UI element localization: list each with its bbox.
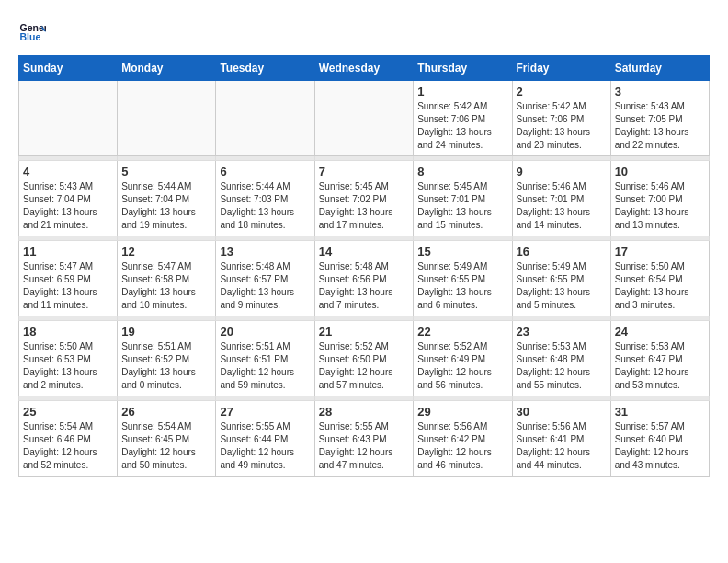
calendar-cell: 24Sunrise: 5:53 AM Sunset: 6:47 PM Dayli…: [610, 321, 709, 396]
day-number: 15: [417, 245, 507, 259]
calendar-cell: 16Sunrise: 5:49 AM Sunset: 6:55 PM Dayli…: [512, 241, 610, 316]
day-info: Sunrise: 5:51 AM Sunset: 6:52 PM Dayligh…: [121, 340, 211, 392]
day-number: 9: [517, 165, 607, 178]
logo-icon: General Blue: [18, 18, 46, 46]
day-info: Sunrise: 5:55 AM Sunset: 6:44 PM Dayligh…: [220, 420, 310, 472]
day-info: Sunrise: 5:55 AM Sunset: 6:43 PM Dayligh…: [319, 420, 410, 472]
col-header-monday: Monday: [118, 56, 216, 81]
day-info: Sunrise: 5:53 AM Sunset: 6:48 PM Dayligh…: [517, 340, 607, 392]
day-info: Sunrise: 5:50 AM Sunset: 6:54 PM Dayligh…: [615, 260, 705, 312]
calendar-cell: 10Sunrise: 5:46 AM Sunset: 7:00 PM Dayli…: [610, 161, 709, 236]
col-header-tuesday: Tuesday: [216, 56, 314, 81]
calendar-table: SundayMondayTuesdayWednesdayThursdayFrid…: [18, 55, 710, 477]
day-number: 19: [121, 325, 211, 339]
day-info: Sunrise: 5:44 AM Sunset: 7:04 PM Dayligh…: [121, 180, 211, 232]
col-header-sunday: Sunday: [19, 56, 118, 81]
svg-text:Blue: Blue: [20, 31, 41, 42]
day-info: Sunrise: 5:45 AM Sunset: 7:01 PM Dayligh…: [417, 180, 507, 232]
day-number: 28: [319, 405, 410, 419]
day-info: Sunrise: 5:48 AM Sunset: 6:57 PM Dayligh…: [220, 260, 310, 312]
day-number: 22: [417, 325, 507, 339]
day-info: Sunrise: 5:50 AM Sunset: 6:53 PM Dayligh…: [23, 340, 113, 392]
day-info: Sunrise: 5:46 AM Sunset: 7:01 PM Dayligh…: [517, 180, 607, 232]
calendar-week-2: 4Sunrise: 5:43 AM Sunset: 7:04 PM Daylig…: [19, 161, 710, 236]
calendar-cell: 8Sunrise: 5:45 AM Sunset: 7:01 PM Daylig…: [414, 161, 512, 236]
day-number: 25: [23, 405, 113, 419]
calendar-cell: 4Sunrise: 5:43 AM Sunset: 7:04 PM Daylig…: [19, 161, 118, 236]
calendar-cell: 11Sunrise: 5:47 AM Sunset: 6:59 PM Dayli…: [19, 241, 118, 316]
day-number: 26: [121, 405, 211, 419]
calendar-cell: 31Sunrise: 5:57 AM Sunset: 6:40 PM Dayli…: [610, 401, 709, 477]
day-info: Sunrise: 5:51 AM Sunset: 6:51 PM Dayligh…: [220, 340, 310, 392]
day-number: 14: [319, 245, 410, 259]
day-number: 27: [220, 405, 310, 419]
calendar-cell: 2Sunrise: 5:42 AM Sunset: 7:06 PM Daylig…: [512, 81, 610, 156]
day-number: 31: [615, 405, 705, 419]
day-info: Sunrise: 5:43 AM Sunset: 7:04 PM Dayligh…: [23, 180, 113, 232]
calendar-cell: 7Sunrise: 5:45 AM Sunset: 7:02 PM Daylig…: [314, 161, 414, 236]
calendar-cell: [314, 81, 414, 156]
day-number: 5: [121, 165, 211, 178]
calendar-cell: 14Sunrise: 5:48 AM Sunset: 6:56 PM Dayli…: [314, 241, 414, 316]
calendar-cell: [19, 81, 118, 156]
calendar-cell: 9Sunrise: 5:46 AM Sunset: 7:01 PM Daylig…: [512, 161, 610, 236]
day-number: 10: [615, 165, 705, 178]
calendar-cell: 19Sunrise: 5:51 AM Sunset: 6:52 PM Dayli…: [118, 321, 216, 396]
day-number: 21: [319, 325, 410, 339]
day-info: Sunrise: 5:47 AM Sunset: 6:58 PM Dayligh…: [121, 260, 211, 312]
calendar-cell: 15Sunrise: 5:49 AM Sunset: 6:55 PM Dayli…: [414, 241, 512, 316]
day-number: 4: [23, 165, 113, 178]
logo: General Blue: [18, 18, 50, 46]
day-number: 24: [615, 325, 705, 339]
day-info: Sunrise: 5:49 AM Sunset: 6:55 PM Dayligh…: [517, 260, 607, 312]
day-number: 16: [517, 245, 607, 259]
day-number: 29: [417, 405, 507, 419]
day-info: Sunrise: 5:52 AM Sunset: 6:50 PM Dayligh…: [319, 340, 410, 392]
calendar-cell: 27Sunrise: 5:55 AM Sunset: 6:44 PM Dayli…: [216, 401, 314, 477]
calendar-cell: 5Sunrise: 5:44 AM Sunset: 7:04 PM Daylig…: [118, 161, 216, 236]
day-number: 12: [121, 245, 211, 259]
day-info: Sunrise: 5:42 AM Sunset: 7:06 PM Dayligh…: [517, 100, 607, 152]
day-info: Sunrise: 5:44 AM Sunset: 7:03 PM Dayligh…: [220, 180, 310, 232]
day-info: Sunrise: 5:54 AM Sunset: 6:45 PM Dayligh…: [121, 420, 211, 472]
day-number: 17: [615, 245, 705, 259]
calendar-week-5: 25Sunrise: 5:54 AM Sunset: 6:46 PM Dayli…: [19, 401, 710, 477]
day-info: Sunrise: 5:47 AM Sunset: 6:59 PM Dayligh…: [23, 260, 113, 312]
calendar-cell: 6Sunrise: 5:44 AM Sunset: 7:03 PM Daylig…: [216, 161, 314, 236]
calendar-week-4: 18Sunrise: 5:50 AM Sunset: 6:53 PM Dayli…: [19, 321, 710, 396]
day-number: 3: [615, 85, 705, 98]
calendar-cell: 18Sunrise: 5:50 AM Sunset: 6:53 PM Dayli…: [19, 321, 118, 396]
day-info: Sunrise: 5:42 AM Sunset: 7:06 PM Dayligh…: [417, 100, 507, 152]
day-number: 1: [417, 85, 507, 98]
day-number: 20: [220, 325, 310, 339]
day-info: Sunrise: 5:56 AM Sunset: 6:41 PM Dayligh…: [517, 420, 607, 472]
day-info: Sunrise: 5:49 AM Sunset: 6:55 PM Dayligh…: [417, 260, 507, 312]
day-number: 6: [220, 165, 310, 178]
day-number: 23: [517, 325, 607, 339]
day-info: Sunrise: 5:48 AM Sunset: 6:56 PM Dayligh…: [319, 260, 410, 312]
calendar-cell: 1Sunrise: 5:42 AM Sunset: 7:06 PM Daylig…: [414, 81, 512, 156]
col-header-wednesday: Wednesday: [314, 56, 414, 81]
calendar-header-row: SundayMondayTuesdayWednesdayThursdayFrid…: [19, 56, 710, 81]
day-number: 7: [319, 165, 410, 178]
calendar-cell: 13Sunrise: 5:48 AM Sunset: 6:57 PM Dayli…: [216, 241, 314, 316]
calendar-cell: 22Sunrise: 5:52 AM Sunset: 6:49 PM Dayli…: [414, 321, 512, 396]
calendar-cell: 30Sunrise: 5:56 AM Sunset: 6:41 PM Dayli…: [512, 401, 610, 477]
calendar-cell: 20Sunrise: 5:51 AM Sunset: 6:51 PM Dayli…: [216, 321, 314, 396]
calendar-cell: 12Sunrise: 5:47 AM Sunset: 6:58 PM Dayli…: [118, 241, 216, 316]
calendar-cell: 26Sunrise: 5:54 AM Sunset: 6:45 PM Dayli…: [118, 401, 216, 477]
calendar-cell: [118, 81, 216, 156]
day-number: 2: [517, 85, 607, 98]
calendar-week-3: 11Sunrise: 5:47 AM Sunset: 6:59 PM Dayli…: [19, 241, 710, 316]
col-header-friday: Friday: [512, 56, 610, 81]
page-header: General Blue: [18, 18, 710, 46]
day-info: Sunrise: 5:53 AM Sunset: 6:47 PM Dayligh…: [615, 340, 705, 392]
col-header-saturday: Saturday: [610, 56, 709, 81]
day-number: 11: [23, 245, 113, 259]
day-number: 8: [417, 165, 507, 178]
day-info: Sunrise: 5:57 AM Sunset: 6:40 PM Dayligh…: [615, 420, 705, 472]
day-number: 18: [23, 325, 113, 339]
calendar-cell: 17Sunrise: 5:50 AM Sunset: 6:54 PM Dayli…: [610, 241, 709, 316]
calendar-cell: [216, 81, 314, 156]
day-info: Sunrise: 5:52 AM Sunset: 6:49 PM Dayligh…: [417, 340, 507, 392]
